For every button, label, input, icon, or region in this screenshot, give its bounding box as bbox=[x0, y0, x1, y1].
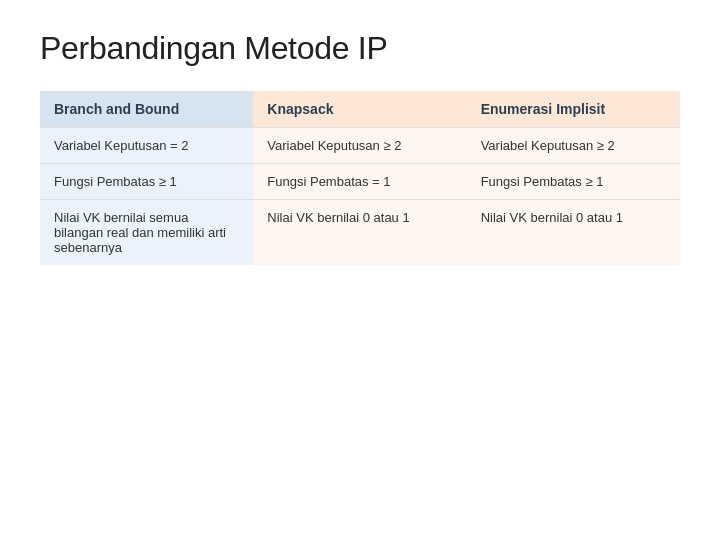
header-branch-bound: Branch and Bound bbox=[40, 91, 253, 128]
cell-bb-3: Nilai VK bernilai semua bilangan real da… bbox=[40, 200, 253, 266]
cell-ks-3: Nilai VK bernilai 0 atau 1 bbox=[253, 200, 466, 266]
table-row: Variabel Keputusan = 2 Variabel Keputusa… bbox=[40, 128, 680, 164]
table-row: Nilai VK bernilai semua bilangan real da… bbox=[40, 200, 680, 266]
cell-ei-2: Fungsi Pembatas ≥ 1 bbox=[467, 164, 680, 200]
page-title: Perbandingan Metode IP bbox=[40, 30, 680, 67]
cell-ks-2: Fungsi Pembatas = 1 bbox=[253, 164, 466, 200]
cell-ks-1: Variabel Keputusan ≥ 2 bbox=[253, 128, 466, 164]
header-knapsack: Knapsack bbox=[253, 91, 466, 128]
comparison-table: Branch and Bound Knapsack Enumerasi Impl… bbox=[40, 91, 680, 265]
cell-bb-1: Variabel Keputusan = 2 bbox=[40, 128, 253, 164]
cell-bb-2: Fungsi Pembatas ≥ 1 bbox=[40, 164, 253, 200]
table-row: Fungsi Pembatas ≥ 1 Fungsi Pembatas = 1 … bbox=[40, 164, 680, 200]
table-header-row: Branch and Bound Knapsack Enumerasi Impl… bbox=[40, 91, 680, 128]
cell-ei-3: Nilai VK bernilai 0 atau 1 bbox=[467, 200, 680, 266]
cell-ei-1: Variabel Keputusan ≥ 2 bbox=[467, 128, 680, 164]
header-enumerasi: Enumerasi Implisit bbox=[467, 91, 680, 128]
